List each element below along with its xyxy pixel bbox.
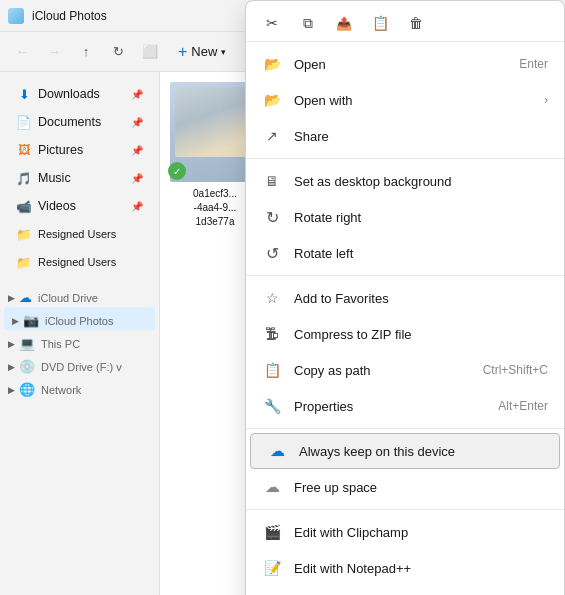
forward-button[interactable]: → — [40, 38, 68, 66]
folder-icon-1: 📁 — [16, 226, 32, 242]
ctx-clipchamp-icon: 🎬 — [262, 522, 282, 542]
ctx-open-with-label: Open with — [294, 93, 532, 108]
videos-icon: 📹 — [16, 198, 32, 214]
ctx-add-favorites[interactable]: ☆ Add to Favorites — [246, 280, 564, 316]
sidebar-label-network: Network — [41, 384, 81, 396]
sidebar-item-videos[interactable]: 📹 Videos 📌 — [4, 192, 155, 220]
sidebar-item-resigned1[interactable]: 📁 Resigned Users — [4, 220, 155, 248]
app-icon — [8, 8, 24, 24]
sidebar-item-pictures[interactable]: 🖼 Pictures 📌 — [4, 136, 155, 164]
ctx-copy-button[interactable]: ⧉ — [294, 9, 322, 37]
ctx-notepad-label: Edit with Notepad++ — [294, 561, 548, 576]
sidebar-item-documents[interactable]: 📄 Documents 📌 — [4, 108, 155, 136]
ctx-copy-path-icon: 📋 — [262, 360, 282, 380]
refresh-button[interactable]: ↻ — [104, 38, 132, 66]
pin-icon: 📌 — [131, 89, 143, 100]
pin-icon-mus: 📌 — [131, 173, 143, 184]
sidebar-label-pictures: Pictures — [38, 143, 83, 157]
ctx-rotate-right-icon: ↻ — [262, 207, 282, 227]
this-pc-header[interactable]: ▶ 💻 This PC — [0, 330, 159, 353]
separator-1 — [246, 158, 564, 159]
expand-arrow-this-pc: ▶ — [8, 339, 15, 349]
ctx-rotate-left[interactable]: ↺ Rotate left — [246, 235, 564, 271]
ctx-rotate-right-label: Rotate right — [294, 210, 548, 225]
ctx-share-skype[interactable]: 💬 Share with Skype — [246, 586, 564, 595]
view-button[interactable]: ⬜ — [136, 38, 164, 66]
ctx-open-with[interactable]: 📂 Open with › — [246, 82, 564, 118]
ctx-properties-shortcut: Alt+Enter — [498, 399, 548, 413]
ctx-set-desktop-icon: 🖥 — [262, 171, 282, 191]
separator-4 — [246, 509, 564, 510]
sidebar-item-resigned2[interactable]: 📁 Resigned Users — [4, 248, 155, 276]
sidebar-label-videos: Videos — [38, 199, 76, 213]
ctx-free-up-space[interactable]: ☁ Free up space — [246, 469, 564, 505]
pin-icon-vid: 📌 — [131, 201, 143, 212]
ctx-cut-button[interactable]: ✂ — [258, 9, 286, 37]
ctx-clipchamp-label: Edit with Clipchamp — [294, 525, 548, 540]
ctx-properties-icon: 🔧 — [262, 396, 282, 416]
context-menu: ✂ ⧉ 📤 📋 🗑 📂 Open Enter 📂 Open with › ↗ S… — [245, 0, 565, 595]
sidebar-label-documents: Documents — [38, 115, 101, 129]
ctx-always-keep[interactable]: ☁ Always keep on this device — [250, 433, 560, 469]
expand-arrow-dvd: ▶ — [8, 362, 15, 372]
dvd-drive-header[interactable]: ▶ 💿 DVD Drive (F:) v — [0, 353, 159, 376]
ctx-open-with-arrow: › — [544, 93, 548, 107]
new-button[interactable]: + New ▾ — [168, 39, 236, 65]
ctx-always-keep-label: Always keep on this device — [299, 444, 543, 459]
ctx-set-desktop-label: Set as desktop background — [294, 174, 548, 189]
pin-icon-pic: 📌 — [131, 145, 143, 156]
context-toolbar: ✂ ⧉ 📤 📋 🗑 — [246, 5, 564, 42]
folder-icon-2: 📁 — [16, 254, 32, 270]
pictures-icon: 🖼 — [16, 142, 32, 158]
ctx-compress-zip[interactable]: 🗜 Compress to ZIP file — [246, 316, 564, 352]
ctx-open-shortcut: Enter — [519, 57, 548, 71]
ctx-zip-icon: 🗜 — [262, 324, 282, 344]
sidebar-label-resigned1: Resigned Users — [38, 228, 116, 240]
icloud-drive-header[interactable]: ▶ ☁ iCloud Drive — [0, 284, 159, 307]
network-header[interactable]: ▶ 🌐 Network — [0, 376, 159, 399]
ctx-always-keep-icon: ☁ — [267, 441, 287, 461]
ctx-share-icon: ↗ — [262, 126, 282, 146]
ctx-rotate-left-label: Rotate left — [294, 246, 548, 261]
expand-arrow-icloud-photos: ▶ — [12, 316, 19, 326]
sidebar-item-music[interactable]: 🎵 Music 📌 — [4, 164, 155, 192]
ctx-copy-path-shortcut: Ctrl+Shift+C — [483, 363, 548, 377]
ctx-open[interactable]: 📂 Open Enter — [246, 46, 564, 82]
ctx-open-icon: 📂 — [262, 54, 282, 74]
thumbnail-image — [175, 87, 255, 157]
ctx-copy-path-label: Copy as path — [294, 363, 471, 378]
ctx-paste-button[interactable]: 📋 — [366, 9, 394, 37]
sidebar-label-icloud-drive: iCloud Drive — [38, 292, 98, 304]
ctx-free-up-icon: ☁ — [262, 477, 282, 497]
sidebar-label-dvd: DVD Drive (F:) v — [41, 361, 122, 373]
ctx-zip-label: Compress to ZIP file — [294, 327, 548, 342]
separator-2 — [246, 275, 564, 276]
ctx-set-desktop[interactable]: 🖥 Set as desktop background — [246, 163, 564, 199]
ctx-share-button[interactable]: 📤 — [330, 9, 358, 37]
expand-arrow-network: ▶ — [8, 385, 15, 395]
ctx-edit-notepad[interactable]: 📝 Edit with Notepad++ — [246, 550, 564, 586]
sidebar-item-downloads[interactable]: ⬇ Downloads 📌 — [4, 80, 155, 108]
icloud-photos-header[interactable]: ▶ 📷 iCloud Photos — [4, 307, 155, 330]
ctx-share[interactable]: ↗ Share — [246, 118, 564, 154]
sidebar-label-this-pc: This PC — [41, 338, 80, 350]
download-icon: ⬇ — [16, 86, 32, 102]
ctx-properties[interactable]: 🔧 Properties Alt+Enter — [246, 388, 564, 424]
music-icon: 🎵 — [16, 170, 32, 186]
sidebar: ⬇ Downloads 📌 📄 Documents 📌 🖼 Pictures 📌… — [0, 72, 160, 595]
ctx-rotate-right[interactable]: ↻ Rotate right — [246, 199, 564, 235]
expand-arrow-icloud-drive: ▶ — [8, 293, 15, 303]
ctx-share-label: Share — [294, 129, 548, 144]
ctx-copy-path[interactable]: 📋 Copy as path Ctrl+Shift+C — [246, 352, 564, 388]
ctx-notepad-icon: 📝 — [262, 558, 282, 578]
documents-icon: 📄 — [16, 114, 32, 130]
ctx-delete-button[interactable]: 🗑 — [402, 9, 430, 37]
ctx-rotate-left-icon: ↺ — [262, 243, 282, 263]
pin-icon-doc: 📌 — [131, 117, 143, 128]
ctx-edit-clipchamp[interactable]: 🎬 Edit with Clipchamp — [246, 514, 564, 550]
ctx-open-label: Open — [294, 57, 507, 72]
sidebar-label-resigned2: Resigned Users — [38, 256, 116, 268]
up-button[interactable]: ↑ — [72, 38, 100, 66]
sidebar-label-downloads: Downloads — [38, 87, 100, 101]
back-button[interactable]: ← — [8, 38, 36, 66]
